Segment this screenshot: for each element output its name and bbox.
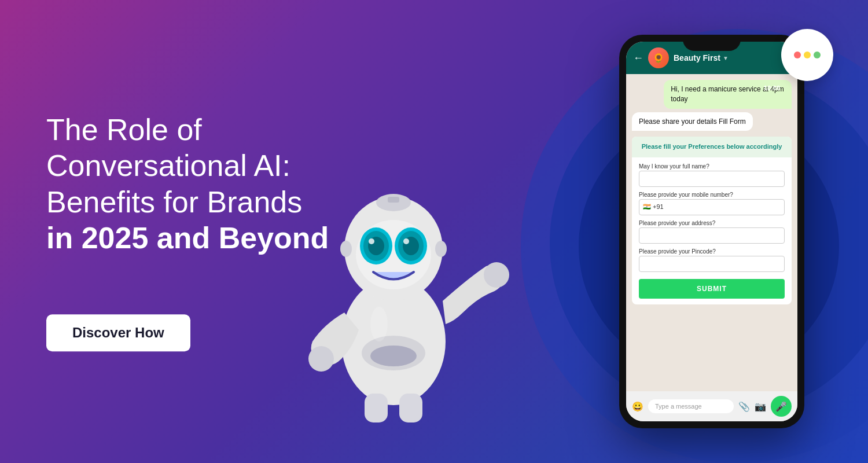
svg-rect-10 — [388, 197, 399, 203]
svg-point-20 — [340, 241, 352, 257]
discover-button[interactable]: Discover How — [46, 314, 190, 351]
svg-point-15 — [369, 238, 374, 244]
form-card-body: May I know your full name? Please provid… — [632, 157, 792, 304]
svg-point-22 — [370, 307, 388, 341]
name-label: May I know your full name? — [639, 163, 785, 170]
phone-frame: ← 🌻 Beauty First ▼ ⋮ 10:00 — [619, 35, 804, 428]
pincode-field-group: Please provide your Pincode? — [639, 248, 785, 272]
mobile-input[interactable]: 🇮🇳 +91 — [639, 199, 785, 215]
phone-time: 10:00 — [764, 84, 780, 91]
form-card: Please fill your Preferences below accor… — [632, 137, 792, 304]
name-input[interactable] — [639, 171, 785, 187]
svg-point-21 — [435, 241, 447, 257]
pincode-input[interactable] — [639, 256, 785, 272]
dot-yellow — [804, 52, 811, 58]
emoji-icon[interactable]: 😀 — [632, 401, 643, 412]
message-input[interactable]: Type a message — [648, 399, 734, 413]
attachment-icon[interactable]: 📎 — [738, 401, 750, 412]
svg-rect-5 — [365, 394, 388, 422]
phone-mockup: ← 🌻 Beauty First ▼ ⋮ 10:00 — [619, 35, 804, 428]
chatbot-dots — [794, 52, 821, 58]
svg-point-3 — [308, 346, 334, 372]
svg-point-4 — [484, 262, 509, 288]
whatsapp-input-bar: 😀 Type a message 📎 📷 🎤 — [626, 391, 797, 421]
svg-point-19 — [403, 238, 409, 244]
contact-name[interactable]: Beauty First ▼ — [674, 53, 774, 63]
address-input[interactable] — [639, 227, 785, 244]
phone-notch — [683, 35, 741, 51]
address-label: Please provide your address? — [639, 220, 785, 226]
dot-red — [794, 52, 801, 58]
pincode-label: Please provide your Pincode? — [639, 248, 785, 255]
form-card-header: Please fill your Preferences below accor… — [632, 137, 792, 157]
contact-avatar: 🌻 — [648, 47, 669, 68]
robot-illustration — [278, 127, 521, 463]
banner: The Role of Conversational AI: Benefits … — [0, 0, 868, 463]
dot-green — [814, 52, 821, 58]
submit-button[interactable]: SUBMIT — [639, 279, 785, 299]
chatbot-bubble[interactable] — [781, 29, 833, 81]
mobile-field-group: Please provide your mobile number? 🇮🇳 +9… — [639, 192, 785, 215]
address-field-group: Please provide your address? — [639, 220, 785, 244]
chevron-down-icon: ▼ — [723, 55, 729, 61]
back-arrow-icon[interactable]: ← — [633, 52, 643, 64]
name-field-group: May I know your full name? — [639, 163, 785, 187]
svg-point-2 — [370, 346, 417, 366]
chat-area: Hi, I need a manicure service at 4pm tod… — [626, 74, 797, 391]
phone-screen: ← 🌻 Beauty First ▼ ⋮ 10:00 — [626, 42, 797, 421]
robot-svg — [278, 127, 509, 428]
mobile-label: Please provide your mobile number? — [639, 192, 785, 198]
received-message: Please share your details Fill Form — [632, 112, 753, 131]
svg-rect-6 — [399, 394, 422, 422]
camera-icon[interactable]: 📷 — [755, 401, 766, 412]
mic-button[interactable]: 🎤 — [771, 396, 792, 417]
